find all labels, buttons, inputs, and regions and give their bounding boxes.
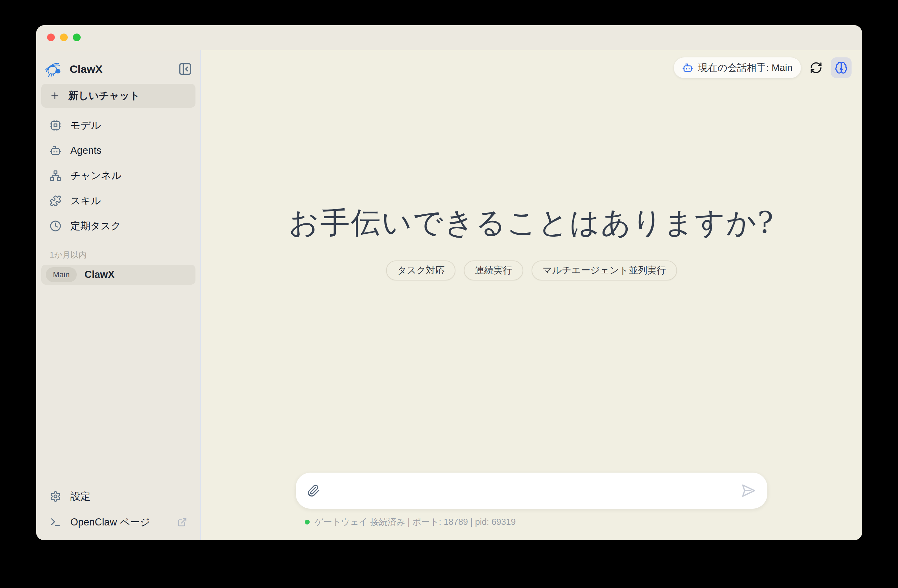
sidebar-item-label: スキル [70,194,101,207]
gear-icon [50,491,61,502]
message-composer [296,473,767,509]
sidebar-item-label: 定期タスク [70,219,121,233]
chip-multi-agent-parallel[interactable]: マルチエージェント並列実行 [532,261,677,281]
sidebar: ClawX 新しいチャット [36,50,201,540]
send-button[interactable] [741,483,756,498]
settings-label: 設定 [70,490,90,503]
sidebar-item-channels[interactable]: チャンネル [41,163,195,188]
brain-icon [835,61,848,74]
paperclip-icon [308,484,320,497]
app-title: ClawX [70,63,103,75]
agent-badge: Main [46,267,77,282]
minimize-window-button[interactable] [60,34,68,41]
sidebar-header: ClawX [41,59,195,79]
cpu-icon [50,120,61,131]
close-window-button[interactable] [47,34,55,41]
bot-icon [50,145,61,157]
status-text: ゲートウェイ 接続済み | ポート: 18789 | pid: 69319 [315,516,516,528]
sidebar-item-label: チャンネル [70,169,121,183]
sidebar-item-models[interactable]: モデル [41,113,195,138]
chat-history-item[interactable]: Main ClawX [41,265,195,285]
top-controls: 現在の会話相手: Main [674,57,852,78]
send-icon [741,483,756,498]
puzzle-icon [50,195,61,207]
plus-icon [50,91,60,101]
network-icon [50,170,61,181]
terminal-icon [50,516,61,528]
crawfish-logo-icon [44,60,64,78]
chip-continuous-run[interactable]: 連続実行 [464,261,523,281]
history-section-label: 1か月以内 [50,250,187,260]
zoom-window-button[interactable] [73,34,81,41]
hero-title: お手伝いできることはありますか? [289,205,774,241]
sidebar-item-settings[interactable]: 設定 [41,485,195,508]
chip-task-support[interactable]: タスク対応 [386,261,455,281]
sidebar-item-scheduled-tasks[interactable]: 定期タスク [41,213,195,238]
app-window: ClawX 新しいチャット [36,25,862,540]
main-area: 現在の会話相手: Main [201,50,862,540]
current-conversation-button[interactable]: 現在の会話相手: Main [674,57,801,78]
status-dot [305,520,310,525]
suggestion-chips: タスク対応 連続実行 マルチエージェント並列実行 [386,261,677,281]
message-input[interactable] [328,485,733,496]
clock-icon [50,220,61,232]
new-chat-label: 新しいチャット [68,89,140,103]
openclaw-page-label: OpenClaw ページ [70,516,150,529]
new-chat-button[interactable]: 新しいチャット [41,84,195,107]
refresh-button[interactable] [810,61,823,74]
panel-left-close-icon[interactable] [178,62,192,76]
sidebar-item-agents[interactable]: Agents [41,138,195,163]
current-conversation-label: 現在の会話相手: Main [698,61,792,74]
sidebar-nav: モデル Agents [41,113,195,238]
sidebar-item-openclaw-page[interactable]: OpenClaw ページ [41,511,195,534]
attach-button[interactable] [308,484,320,497]
external-link-icon [177,517,187,527]
titlebar [36,25,862,50]
sidebar-item-skills[interactable]: スキル [41,188,195,213]
bot-icon [682,62,693,73]
chat-history-label: ClawX [85,269,114,281]
sidebar-item-label: Agents [70,145,101,157]
hero: お手伝いできることはありますか? タスク対応 連続実行 マルチエージェント並列実… [201,205,862,281]
gateway-status: ゲートウェイ 接続済み | ポート: 18789 | pid: 69319 [305,516,516,528]
sidebar-item-label: モデル [70,119,101,132]
refresh-icon [810,61,823,74]
brain-button[interactable] [831,57,852,78]
